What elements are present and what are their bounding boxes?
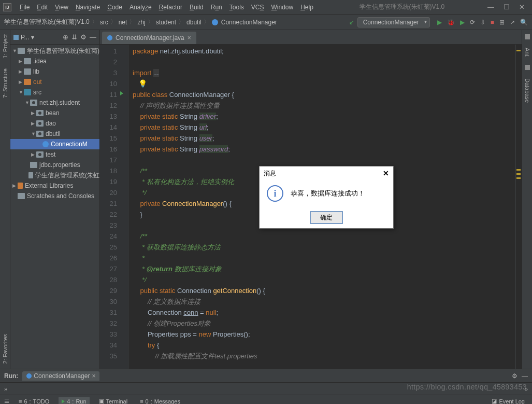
tree-test[interactable]: ▶test	[10, 149, 99, 160]
coverage-icon[interactable]: ▶	[460, 19, 465, 26]
class-icon	[212, 19, 218, 25]
tree-scratches[interactable]: Scratches and Consoles	[10, 191, 99, 201]
back-icon[interactable]: ↙	[349, 19, 354, 26]
menu-code[interactable]: Code	[104, 3, 125, 12]
project-tree[interactable]: ▼学生信息管理系统(朱虹菊) ▶.idea ▶lib ▶out ▼src ▼ne…	[10, 45, 99, 369]
sidebar-btn-favorites[interactable]: 2: Favorites	[2, 334, 8, 364]
tree-out[interactable]: ▶out	[10, 77, 99, 87]
tool-event-log[interactable]: ◪ Event Log	[488, 397, 528, 404]
message-dialog: 消息 ✕ i 恭喜，数据库连接成功！ 确定	[259, 166, 394, 229]
dialog-body: i 恭喜，数据库连接成功！	[260, 180, 393, 207]
window-controls: — ☐ ✕	[487, 3, 529, 11]
tool-messages[interactable]: ≡ 0: Messages	[137, 397, 183, 405]
breadcrumb: 学生信息管理系统(朱虹菊)V1.0〉 src〉 net〉 zhj〉 studen…	[4, 18, 349, 26]
git-icon[interactable]: ↗	[510, 19, 515, 26]
tree-dbutil[interactable]: ▼dbutil	[10, 129, 99, 139]
scroll-from-source-icon[interactable]: ⊕	[63, 33, 68, 41]
sidebar-btn-ant[interactable]: Ant	[524, 48, 530, 57]
dialog-title-text: 消息	[264, 169, 276, 178]
project-view-icon	[13, 35, 19, 40]
editor-tabbar: ConnectionManager.java ×	[100, 30, 522, 45]
minimize-icon[interactable]: —	[487, 3, 494, 11]
menu-navigate[interactable]: Navigate	[73, 3, 103, 12]
collapse-icon[interactable]: ⇊	[71, 33, 77, 41]
maximize-icon[interactable]: ☐	[504, 3, 510, 11]
menu-vcs[interactable]: VCS	[248, 3, 267, 12]
dialog-footer: 确定	[260, 207, 393, 228]
ant-icon[interactable]	[525, 34, 530, 39]
gear-icon[interactable]: ⚙	[80, 33, 87, 41]
sidebar-btn-structure[interactable]: 7: Structure	[2, 68, 8, 98]
tool-run[interactable]: 4: Run	[59, 397, 89, 405]
tab-label: ConnectionManager.java	[116, 34, 184, 41]
crumb-class[interactable]: ConnectionManager	[221, 19, 277, 26]
dialog-ok-button[interactable]: 确定	[310, 211, 343, 224]
menu-analyze[interactable]: Analyze	[126, 3, 155, 12]
crumb-root[interactable]: 学生信息管理系统(朱虹菊)V1.0	[4, 18, 90, 26]
tool-terminal[interactable]: ▣ Terminal	[96, 397, 131, 404]
hide-icon[interactable]: —	[90, 33, 96, 41]
crumb-dbutil[interactable]: dbutil	[186, 19, 202, 26]
stop-icon[interactable]: ■	[491, 19, 494, 26]
tree-pkg[interactable]: ▼net.zhj.student	[10, 97, 99, 108]
database-icon[interactable]	[525, 65, 530, 70]
tab-close-icon[interactable]: ×	[188, 34, 191, 41]
crumb-student[interactable]: student	[156, 19, 176, 26]
run-config-label: ConnectionManager	[363, 19, 419, 26]
menu-edit[interactable]: Edit	[34, 3, 51, 12]
crumb-src[interactable]: src	[100, 19, 108, 26]
window-title: 学生信息管理系统(朱虹菊)V1.0	[317, 3, 487, 11]
menu-tools[interactable]: Tools	[226, 3, 247, 12]
project-panel: P...▾ ⊕ ⇊ ⚙ — ▼学生信息管理系统(朱虹菊) ▶.idea ▶lib…	[10, 30, 100, 369]
menu-run[interactable]: Run	[208, 3, 225, 12]
run-tab-close-icon[interactable]: ×	[92, 372, 95, 380]
tool-todo[interactable]: ≡ 6: TODO	[16, 397, 52, 405]
profile-icon[interactable]: ⟳	[470, 19, 475, 26]
run-config-area: ↙ ConnectionManager ▶ 🐞 ▶ ⟳ ⇩ ■ ⊞ ↗ 🔍	[349, 17, 528, 27]
run-panel-sub: » »	[0, 382, 532, 395]
menu-file[interactable]: File	[17, 3, 33, 12]
menu-view[interactable]: View	[52, 3, 71, 12]
editor-tab-connectionmanager[interactable]: ConnectionManager.java ×	[102, 32, 196, 44]
menu-help[interactable]: Help	[297, 3, 317, 12]
tree-jdbc[interactable]: jdbc.properties	[10, 160, 99, 170]
run-icon[interactable]: ▶	[437, 19, 442, 26]
search-icon[interactable]: 🔍	[520, 19, 528, 26]
toolwindow-list-icon[interactable]: ☰	[4, 398, 9, 404]
tree-ext-libs[interactable]: ▶External Libraries	[10, 180, 99, 191]
run-tab[interactable]: ConnectionManager ×	[22, 371, 99, 381]
sidebar-btn-database[interactable]: Database	[524, 78, 530, 103]
run-config-dropdown[interactable]: ConnectionManager	[357, 17, 430, 27]
tree-bean[interactable]: ▶bean	[10, 108, 99, 118]
crumb-net[interactable]: net	[119, 19, 127, 26]
run-label: Run:	[4, 372, 18, 380]
dialog-close-icon[interactable]: ✕	[383, 169, 389, 177]
menu-refactor[interactable]: Refactor	[156, 3, 185, 12]
app-logo-icon: IJ	[3, 3, 11, 11]
left-tool-strip: 1: Project 7: Structure 2: Favorites	[0, 30, 10, 369]
project-panel-header: P...▾ ⊕ ⇊ ⚙ —	[10, 30, 99, 45]
tree-iml[interactable]: 学生信息管理系统(朱虹	[10, 170, 99, 180]
debug-icon[interactable]: 🐞	[447, 19, 455, 26]
run-tab-label: ConnectionManager	[34, 372, 90, 380]
tree-root[interactable]: ▼学生信息管理系统(朱虹菊)	[10, 46, 99, 56]
margin-strip[interactable]	[515, 45, 522, 369]
crumb-zhj[interactable]: zhj	[137, 19, 145, 26]
chevron-icon[interactable]: »	[525, 386, 528, 392]
tree-dao[interactable]: ▶dao	[10, 118, 99, 129]
hide-icon[interactable]: —	[522, 372, 528, 380]
layout-icon[interactable]: ⊞	[499, 19, 505, 26]
panel-title[interactable]: P...	[21, 34, 29, 41]
menu-window[interactable]: Window	[268, 3, 296, 12]
tree-connmgr[interactable]: ConnectionM	[10, 139, 99, 149]
sidebar-btn-project[interactable]: 1: Project	[2, 34, 8, 58]
navbar: 学生信息管理系统(朱虹菊)V1.0〉 src〉 net〉 zhj〉 studen…	[0, 15, 532, 30]
gear-icon[interactable]: ⚙	[512, 372, 517, 380]
attach-icon[interactable]: ⇩	[480, 19, 485, 26]
menu-build[interactable]: Build	[186, 3, 207, 12]
close-icon[interactable]: ✕	[519, 3, 525, 11]
tree-idea[interactable]: ▶.idea	[10, 56, 99, 66]
chevron-icon[interactable]: »	[4, 386, 7, 392]
tree-lib[interactable]: ▶lib	[10, 66, 99, 77]
tree-src[interactable]: ▼src	[10, 87, 99, 97]
